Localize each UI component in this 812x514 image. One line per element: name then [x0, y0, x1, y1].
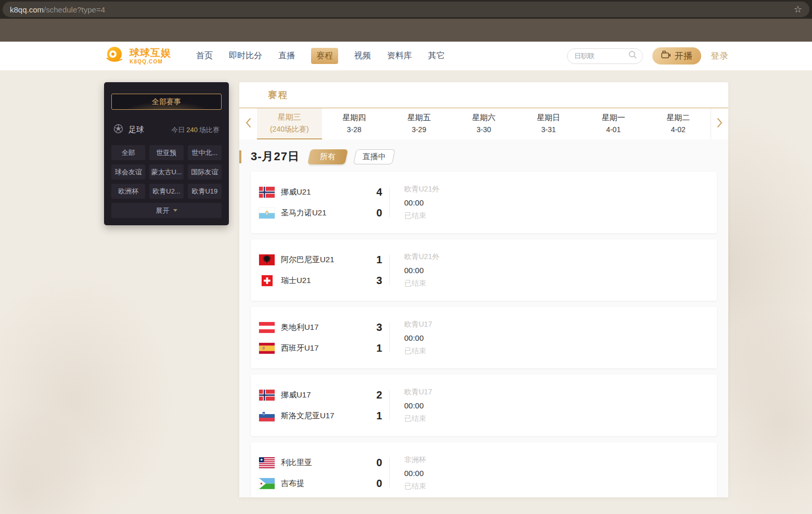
filter-all-pill[interactable]: 所有	[307, 149, 348, 164]
away-team-name: 斯洛文尼亚U17	[281, 411, 371, 421]
chevron-right-icon	[717, 118, 723, 130]
home-team-flag-icon	[259, 457, 275, 468]
league-filter-button[interactable]: 蒙太古U...	[149, 164, 183, 179]
address-bar[interactable]: k8qq.com/schedule?type=4 ☆	[3, 2, 809, 17]
match-status: 已结束	[404, 346, 432, 356]
expand-label: 展开	[156, 206, 170, 215]
away-team-flag-icon	[259, 275, 275, 286]
nav-item-资料库[interactable]: 资料库	[387, 50, 412, 61]
date-heading: 3-月27日	[251, 149, 300, 164]
nav-item-赛程[interactable]: 赛程	[311, 48, 338, 64]
away-team-flag-icon	[259, 410, 275, 421]
nav-item-视频[interactable]: 视频	[354, 50, 371, 61]
tabs-prev-button[interactable]	[239, 108, 257, 139]
home-team-score: 2	[371, 389, 387, 401]
match-count-number: 240	[186, 126, 198, 134]
home-team-row: 奥地利U17 3	[259, 322, 387, 333]
tab-date-label: 3-28	[347, 125, 362, 134]
league-filter-button[interactable]: 世中北...	[188, 145, 222, 160]
tab-day-label: 星期四	[342, 113, 366, 123]
away-team-row: 瑞士U21 3	[259, 275, 387, 287]
tab-day-label: 星期日	[537, 113, 560, 123]
browser-chrome: k8qq.com/schedule?type=4 ☆	[0, 0, 812, 19]
tab-date-label: 3-29	[411, 125, 426, 134]
day-tab[interactable]: 星期三 (240场比赛)	[257, 108, 322, 139]
league-filter-button[interactable]: 世亚预	[149, 145, 183, 160]
home-team-row: 挪威U17 2	[259, 389, 387, 401]
bookmark-star-icon[interactable]: ☆	[794, 5, 802, 14]
search-input[interactable]	[574, 52, 628, 60]
match-card[interactable]: 挪威U21 4 圣马力诺U21 0 欧青U21外 00:00 已结束	[251, 172, 717, 233]
match-card[interactable]: 奥地利U17 3 西班牙U17 1 欧青U17 00:00 已结束	[251, 307, 717, 368]
home-team-row: 阿尔巴尼亚U21 1	[259, 254, 387, 266]
league-name: 欧青U21外	[404, 185, 440, 194]
nav-item-即时比分[interactable]: 即时比分	[229, 50, 262, 61]
nav-item-直播[interactable]: 直播	[278, 50, 295, 61]
league-filter-button[interactable]: 欧青U2...	[149, 184, 183, 199]
league-filter-grid: 全部世亚预世中北...球会友谊蒙太古U...国际友谊欧洲杯欧青U2...欧青U1…	[111, 145, 222, 199]
league-filter-button[interactable]: 欧青U19	[188, 184, 222, 199]
league-name: 欧青U17	[404, 388, 432, 397]
sidebar-filter-panel: 全部赛事 足球 今日240场比赛 全部世亚预世中北...球会友谊蒙太古U...国…	[104, 82, 229, 225]
home-team-flag-icon	[259, 322, 275, 333]
league-filter-button[interactable]: 国际友谊	[188, 164, 222, 179]
away-team-row: 圣马力诺U21 0	[259, 207, 387, 219]
expand-button[interactable]: 展开	[111, 203, 222, 218]
site-logo[interactable]: 球球互娱 K8QQ.COM	[104, 45, 171, 68]
away-team-score: 0	[371, 207, 387, 219]
home-team-name: 利比里亚	[281, 458, 371, 468]
broadcast-button[interactable]: 开播	[652, 47, 701, 65]
tab-day-label: 星期一	[602, 113, 625, 123]
tab-date-label: 4-01	[606, 125, 621, 134]
away-team-name: 瑞士U21	[281, 276, 371, 286]
league-filter-button[interactable]: 欧洲杯	[111, 184, 145, 199]
away-team-score: 1	[371, 342, 387, 354]
sidebar-item-football[interactable]: 足球 今日240场比赛	[111, 124, 222, 136]
away-team-name: 吉布提	[281, 479, 371, 489]
today-match-count: 今日240场比赛	[171, 125, 220, 135]
day-tab[interactable]: 星期日 3-31	[516, 108, 581, 139]
tab-day-label: 星期六	[472, 113, 496, 123]
away-team-score: 3	[371, 275, 387, 287]
filter-live-pill[interactable]: 直播中	[353, 149, 395, 164]
home-team-score: 0	[371, 457, 387, 469]
day-tab[interactable]: 星期二 4-02	[646, 108, 711, 139]
away-team-row: 西班牙U17 1	[259, 342, 387, 354]
match-card[interactable]: 阿尔巴尼亚U21 1 瑞士U21 3 欧青U21外 00:00 已结束	[251, 239, 717, 301]
day-tab[interactable]: 星期六 3-30	[452, 108, 517, 139]
match-status: 已结束	[404, 482, 426, 491]
day-tab[interactable]: 星期五 3-29	[386, 108, 452, 139]
all-events-button[interactable]: 全部赛事	[111, 94, 222, 110]
home-team-score: 4	[371, 186, 387, 198]
away-team-name: 圣马力诺U21	[281, 208, 371, 218]
match-time: 00:00	[404, 266, 440, 275]
home-team-name: 挪威U21	[281, 187, 371, 197]
away-team-flag-icon	[259, 478, 275, 489]
search-icon[interactable]	[628, 50, 637, 61]
away-team-flag-icon	[259, 343, 275, 354]
tab-date-label: 3-31	[542, 125, 556, 134]
away-team-score: 1	[371, 410, 387, 422]
tabs-next-button[interactable]	[711, 108, 728, 139]
match-card[interactable]: 利比里亚 0 吉布提 0 非洲杯 00:00 已结束	[251, 442, 717, 497]
day-tab[interactable]: 星期一 4-01	[581, 108, 646, 139]
match-time: 00:00	[404, 333, 432, 342]
chevron-left-icon	[246, 118, 251, 130]
day-tabs: 星期三 (240场比赛) 星期四 3-28 星期五 3-29 星期六 3-30 …	[257, 108, 711, 139]
schedule-panel: 赛程 星期三 (240场比赛) 星期四 3-28 星期五 3-29 星期六 3-…	[239, 82, 728, 497]
nav-item-首页[interactable]: 首页	[196, 50, 213, 61]
league-filter-button[interactable]: 全部	[111, 145, 145, 160]
league-filter-button[interactable]: 球会友谊	[111, 164, 145, 179]
day-tab[interactable]: 星期四 3-28	[322, 108, 387, 139]
tab-date-label: 4-02	[671, 125, 686, 134]
url-text: k8qq.com/schedule?type=4	[10, 5, 105, 14]
match-card[interactable]: 挪威U17 2 斯洛文尼亚U17 1 欧青U17 00:00 已结束	[251, 375, 717, 436]
panel-title: 赛程	[239, 82, 728, 108]
search-box[interactable]	[567, 48, 643, 64]
match-time: 00:00	[404, 469, 426, 478]
home-team-row: 挪威U21 4	[259, 186, 387, 198]
nav-item-其它[interactable]: 其它	[428, 50, 445, 61]
league-name: 欧青U21外	[404, 252, 440, 262]
match-status: 已结束	[404, 211, 440, 221]
login-link[interactable]: 登录	[711, 50, 728, 62]
